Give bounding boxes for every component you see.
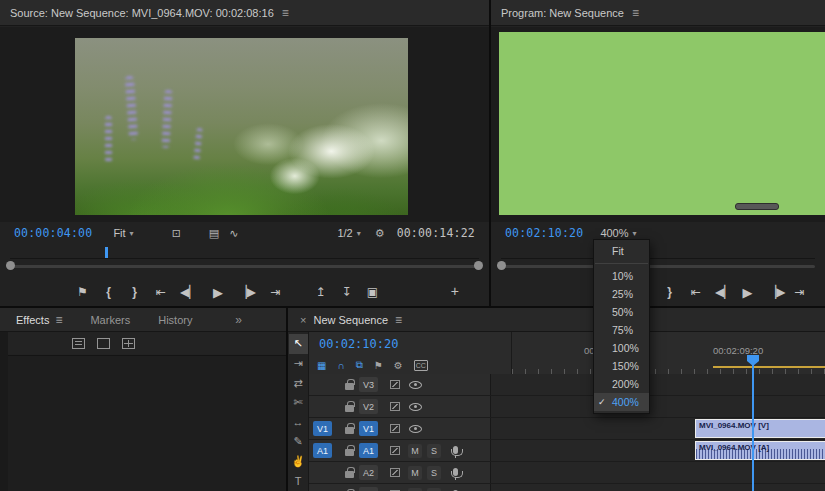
effects-list[interactable] [0, 355, 286, 491]
overwrite-button[interactable]: ↧ [340, 286, 353, 298]
drag-audio-icon[interactable]: ∿ [229, 227, 238, 240]
track-lock-icon[interactable] [345, 471, 354, 478]
timeline-ruler[interactable]: 00:02:08:20 00:02:09:20 [511, 332, 825, 374]
solo-button[interactable]: S [427, 444, 441, 458]
mark-in-button[interactable]: { [102, 286, 115, 298]
track-lock-icon[interactable] [345, 427, 354, 434]
track-target-v3[interactable]: V3 [359, 377, 378, 392]
zoom-scrollbar-track[interactable] [501, 265, 815, 268]
program-timecode[interactable]: 00:02:10:20 [505, 226, 583, 240]
add-marker-icon[interactable]: ⚑ [374, 360, 383, 371]
ripple-edit-tool[interactable]: ⇄ [289, 373, 308, 393]
insert-button[interactable]: ↥ [314, 286, 327, 298]
timeline-panel-menu-icon[interactable]: ≡ [395, 313, 402, 327]
track-target-a3[interactable]: A3 [359, 487, 378, 491]
voiceover-mic-icon[interactable] [453, 468, 458, 476]
mute-button[interactable]: M [408, 488, 422, 491]
slip-tool[interactable]: ↔ [289, 413, 308, 433]
source-timecode[interactable]: 00:00:04:00 [14, 226, 92, 240]
zoom-menu-item-50[interactable]: 50% [594, 303, 649, 321]
video-clip[interactable]: MVI_0964.MOV [V] [695, 419, 825, 438]
captions-icon[interactable]: CC [414, 360, 428, 371]
source-video-frame[interactable] [75, 38, 408, 215]
track-v2-content[interactable] [491, 396, 825, 417]
tab-history[interactable]: History [158, 314, 192, 326]
source-zoom-scrollbar[interactable] [4, 259, 485, 273]
close-panel-icon[interactable]: × [300, 314, 306, 326]
step-back-button[interactable]: ◀▏ [180, 286, 198, 298]
program-mini-timeline[interactable] [491, 246, 825, 276]
go-to-in-button[interactable]: ⇤ [689, 286, 702, 298]
program-horizontal-scrollbar[interactable] [735, 203, 779, 210]
track-target-v2[interactable]: V2 [359, 399, 378, 414]
zoom-handle-left[interactable] [497, 261, 506, 270]
zoom-menu-item-25[interactable]: 25% [594, 285, 649, 303]
go-to-out-button[interactable]: ⇥ [793, 286, 806, 298]
timeline-timecode[interactable]: 00:02:10:20 [319, 337, 398, 351]
source-patch-slot[interactable] [313, 487, 332, 491]
sync-lock-icon[interactable] [390, 424, 400, 433]
source-resolution-select[interactable]: 1/2 ▾ [337, 227, 360, 239]
button-editor-add-button[interactable]: + [451, 283, 459, 299]
zoom-menu-item-400[interactable]: ✓ 400% [594, 393, 649, 411]
program-panel-menu-icon[interactable]: ≡ [632, 6, 639, 20]
source-patch-slot[interactable] [313, 465, 332, 480]
zoom-handle-right[interactable] [474, 261, 483, 270]
new-item-icon[interactable] [122, 338, 135, 349]
source-panel-menu-icon[interactable]: ≡ [282, 6, 289, 20]
track-a1-content[interactable]: MVI_0964.MOV [A] [491, 440, 825, 461]
track-target-v1[interactable]: V1 [359, 421, 378, 436]
zoom-menu-item-10[interactable]: 10% [594, 267, 649, 285]
track-target-a1[interactable]: A1 [359, 443, 378, 458]
drag-video-icon[interactable]: ▤ [209, 227, 219, 240]
zoom-menu-item-75[interactable]: 75% [594, 321, 649, 339]
solo-button[interactable]: S [427, 488, 441, 491]
track-lock-icon[interactable] [345, 449, 354, 456]
add-marker-button[interactable]: ⚑ [76, 286, 89, 298]
mark-out-button[interactable]: } [128, 286, 141, 298]
linked-selection-icon[interactable]: ⧉ [356, 359, 363, 371]
safe-margins-icon[interactable]: ⊡ [172, 227, 181, 240]
step-back-button[interactable]: ◀▏ [715, 286, 728, 298]
program-panel-header[interactable]: Program: New Sequence ≡ [491, 0, 825, 26]
sync-lock-icon[interactable] [390, 380, 400, 389]
zoom-menu-item-fit[interactable]: Fit [594, 242, 649, 260]
audio-clip[interactable]: MVI_0964.MOV [A] [695, 441, 825, 460]
source-zoom-select[interactable]: Fit ▾ [113, 227, 133, 239]
voiceover-mic-icon[interactable] [453, 446, 458, 454]
sync-lock-icon[interactable] [390, 402, 400, 411]
track-target-a2[interactable]: A2 [359, 465, 378, 480]
selection-tool[interactable]: ↖ [289, 334, 308, 354]
program-zoom-scrollbar[interactable] [495, 259, 821, 273]
track-lock-icon[interactable] [345, 383, 354, 390]
zoom-menu-item-100[interactable]: 100% [594, 339, 649, 357]
track-v3-content[interactable] [491, 374, 825, 395]
tab-effects[interactable]: Effects ≡ [16, 313, 62, 327]
source-scrub-ruler[interactable] [10, 246, 479, 259]
go-to-out-button[interactable]: ⇥ [269, 286, 282, 298]
razor-tool[interactable]: ✄ [289, 393, 308, 413]
source-scrub-playhead[interactable] [105, 247, 108, 258]
source-settings-wrench-icon[interactable]: ⚙ [375, 227, 385, 240]
insert-as-nest-icon[interactable]: ▦ [317, 360, 326, 371]
track-output-eye-icon[interactable] [409, 381, 422, 389]
zoom-menu-item-200[interactable]: 200% [594, 375, 649, 393]
new-custom-bin-icon[interactable] [72, 338, 85, 349]
source-patch-v1[interactable]: V1 [313, 421, 332, 436]
mark-out-button[interactable]: } [663, 286, 676, 298]
go-to-in-button[interactable]: ⇤ [154, 286, 167, 298]
pen-tool[interactable]: ✎ [289, 432, 308, 452]
track-output-eye-icon[interactable] [409, 403, 422, 411]
source-mini-timeline[interactable] [0, 246, 489, 276]
zoom-menu-item-150[interactable]: 150% [594, 357, 649, 375]
mute-button[interactable]: M [408, 466, 422, 480]
sync-lock-icon[interactable] [390, 468, 400, 477]
program-video-frame[interactable] [499, 32, 825, 215]
solo-button[interactable]: S [427, 466, 441, 480]
track-v1-content[interactable]: MVI_0964.MOV [V] [491, 418, 825, 439]
program-scrub-ruler[interactable] [501, 246, 815, 259]
hand-tool[interactable]: ✌ [289, 452, 308, 472]
effects-panel-menu-icon[interactable]: ≡ [55, 313, 62, 327]
source-patch-slot[interactable] [313, 399, 332, 414]
play-button[interactable]: ▶ [211, 286, 224, 299]
